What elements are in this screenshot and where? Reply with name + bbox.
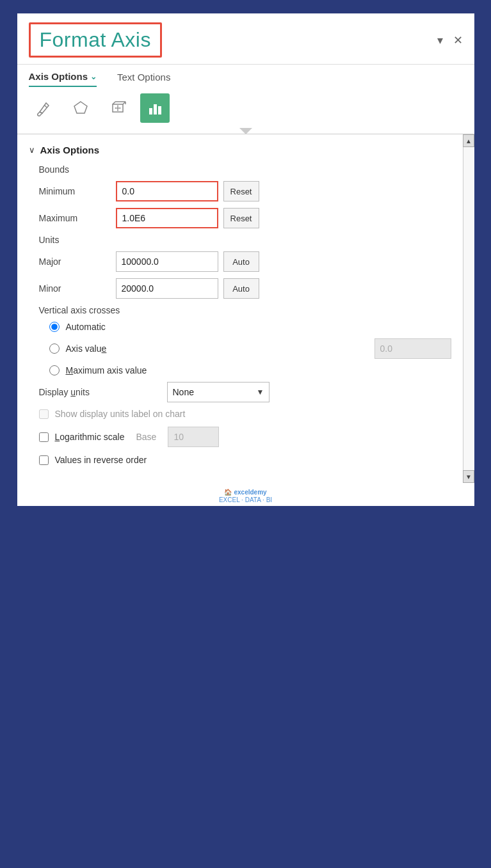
scroll-down-button[interactable]: ▼ [463, 470, 474, 483]
base-label: Base [136, 432, 156, 442]
content-area: ∨ Axis Options Bounds Minimum Reset Maxi… [17, 134, 474, 483]
section-chevron: ∨ [29, 145, 35, 155]
svg-marker-1 [74, 102, 87, 113]
logarithmic-scale-checkbox[interactable] [39, 432, 49, 442]
svg-marker-12 [120, 107, 121, 109]
pentagon-icon[interactable] [66, 93, 95, 123]
minimum-reset-button[interactable]: Reset [223, 181, 259, 201]
vertical-axis-label: Vertical axis crosses [29, 305, 451, 315]
base-input[interactable] [168, 427, 219, 447]
svg-rect-15 [158, 106, 161, 114]
tab-text-options[interactable]: Text Options [117, 72, 170, 86]
title-box: Format Axis [29, 22, 162, 58]
major-row: Major Auto [29, 251, 451, 272]
radio-max-axis-row: Maximum axis value [49, 365, 451, 375]
minimum-row: Minimum Reset [29, 181, 451, 201]
watermark-text: exceldemy [234, 489, 266, 496]
units-label: Units [29, 235, 451, 245]
scroll-up-button[interactable]: ▲ [463, 134, 474, 147]
icon-toolbar [17, 87, 474, 123]
logarithmic-scale-row: Logarithmic scale Base [29, 427, 451, 447]
svg-line-0 [44, 105, 47, 107]
header-icons: ▾ ✕ [437, 33, 463, 47]
panel-title: Format Axis [40, 28, 151, 51]
panel-header: Format Axis ▾ ✕ [17, 13, 474, 65]
minor-auto-button[interactable]: Auto [223, 278, 259, 299]
content-inner: ∨ Axis Options Bounds Minimum Reset Maxi… [17, 134, 463, 483]
radio-max-axis-label: Maximum axis value [66, 365, 147, 375]
tab-axis-options-chevron: ⌄ [90, 72, 97, 81]
radio-max-axis-value[interactable] [49, 365, 60, 375]
dropdown-icon[interactable]: ▾ [437, 33, 443, 47]
scrollbar: ▲ ▼ [463, 134, 474, 483]
major-label: Major [39, 256, 116, 267]
close-icon[interactable]: ✕ [453, 33, 463, 47]
display-units-select[interactable]: None Hundreds Thousands Millions Billion… [167, 382, 270, 402]
radio-group: Automatic Axis value Maximum axis value [29, 322, 451, 375]
svg-marker-11 [115, 107, 116, 109]
show-display-units-checkbox[interactable] [39, 409, 49, 419]
svg-marker-9 [117, 105, 118, 106]
axis-value-input[interactable] [374, 338, 451, 359]
display-units-select-wrapper: None Hundreds Thousands Millions Billion… [167, 382, 270, 402]
radio-automatic-label: Automatic [66, 322, 106, 332]
radio-axis-value-row: Axis value [49, 338, 451, 359]
bar-chart-icon[interactable] [140, 93, 170, 123]
tab-text-options-label: Text Options [117, 72, 170, 83]
radio-axis-value[interactable] [49, 343, 60, 354]
watermark-subtext: EXCEL · DATA · BI [219, 496, 272, 503]
tabs-row: Axis Options ⌄ Text Options [17, 65, 474, 87]
display-units-label: Display units [39, 387, 167, 397]
major-auto-button[interactable]: Auto [223, 251, 259, 272]
values-reverse-row: Values in reverse order [29, 455, 451, 465]
maximum-label: Maximum [39, 213, 116, 223]
values-reverse-checkbox[interactable] [39, 455, 49, 465]
radio-automatic[interactable] [49, 322, 60, 332]
maximum-reset-button[interactable]: Reset [223, 208, 259, 228]
values-reverse-label: Values in reverse order [55, 455, 147, 465]
show-display-units-label: Show display units label on chart [55, 409, 186, 419]
display-units-row: Display units None Hundreds Thousands Mi… [29, 382, 451, 402]
tab-axis-options[interactable]: Axis Options ⌄ [29, 71, 97, 87]
minor-row: Minor Auto [29, 278, 451, 299]
maximum-row: Maximum Reset [29, 208, 451, 228]
minor-input[interactable] [116, 278, 218, 299]
minimum-input[interactable] [116, 181, 218, 201]
move-icon[interactable] [103, 93, 133, 123]
radio-automatic-row: Automatic [49, 322, 451, 332]
bounds-label: Bounds [29, 164, 451, 175]
show-display-units-row: Show display units label on chart [29, 409, 451, 419]
tab-axis-options-label: Axis Options [29, 71, 88, 82]
watermark-icon: 🏠 [224, 489, 232, 496]
axis-options-section-header[interactable]: ∨ Axis Options [29, 145, 451, 155]
minimum-label: Minimum [39, 186, 116, 196]
section-title: Axis Options [40, 145, 100, 155]
scroll-track[interactable] [463, 147, 474, 470]
watermark: 🏠 exceldemy EXCEL · DATA · BI [17, 483, 474, 506]
svg-marker-10 [117, 110, 118, 111]
format-axis-panel: Format Axis ▾ ✕ Axis Options ⌄ Text Opti… [15, 12, 476, 508]
divider [17, 123, 474, 134]
radio-axis-value-label: Axis value [66, 343, 107, 354]
minor-label: Minor [39, 283, 116, 294]
svg-rect-14 [154, 104, 157, 114]
paint-bucket-icon[interactable] [29, 93, 58, 123]
major-input[interactable] [116, 251, 218, 272]
maximum-input[interactable] [116, 208, 218, 228]
logarithmic-scale-label: Logarithmic scale [55, 432, 125, 442]
svg-rect-13 [149, 108, 152, 114]
